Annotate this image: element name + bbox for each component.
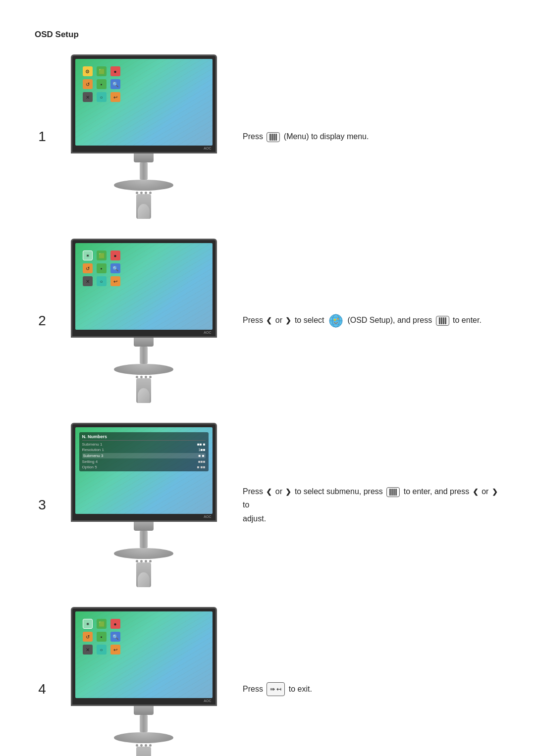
monitor-4-frame: ✶ 🟩 ● ↺ ▪ 🔍 ✕ ○ [71, 607, 217, 756]
monitor-2-stand-neck [140, 347, 148, 364]
bar7 [443, 317, 444, 324]
osd-icon-9: ↩ [110, 92, 120, 102]
monitor-4-stand-top [134, 706, 154, 715]
step-4-instruction: Press ⇛ ↤ to exit. [238, 682, 500, 697]
section-title: OSD Setup [35, 30, 500, 40]
monitor-4-base [114, 732, 173, 743]
step-3-text-4: to [243, 501, 249, 509]
chevron-right-3: ❯ [492, 486, 498, 498]
monitor-3-stand-top [134, 522, 154, 531]
monitor-1-screen: ⚙ 🟩 ● ↺ ▪ 🔍 ✕ ○ [75, 59, 213, 146]
submenu-row-1: Submenu 1■■■ [82, 442, 206, 447]
osd-icon-4-5: ▪ [97, 632, 107, 642]
monitor-4-stand-neck [140, 715, 148, 732]
osd-icon-4-6: 🔍 [110, 632, 120, 642]
osd-row-4-2: ↺ ▪ 🔍 [83, 632, 120, 642]
step-2-number: 2 [35, 313, 50, 329]
osd-menu-2: ✶ 🟩 ● ↺ ▪ 🔍 ✕ ○ [83, 251, 120, 286]
osd-icon-2-2: 🟩 [97, 251, 107, 260]
submenu-row-2: Resolution 11■■ [82, 448, 206, 452]
osd-row-2: ↺ ▪ 🔍 [83, 79, 120, 89]
bar9 [389, 489, 391, 496]
osd-icon-4-7: ✕ [83, 645, 93, 655]
step-4-number: 4 [35, 681, 50, 697]
chevron-left-1: ❮ [266, 315, 272, 327]
osd-row-4-1: ✶ 🟩 ● [83, 619, 120, 629]
step-2-text-osd: (OSD Setup), and press [347, 316, 434, 324]
monitor-1-foot [136, 194, 151, 219]
step-3-text-3: to enter, and press [404, 487, 472, 496]
menu-button-icon-3 [386, 487, 400, 497]
bar12 [395, 489, 397, 496]
bar6 [441, 317, 442, 324]
step-3-instruction: Press ❮ or ❯ to select submenu, press to… [238, 485, 500, 525]
bar5 [439, 317, 440, 324]
submenu-row-selected: Submenu 3■ ■ [82, 453, 206, 458]
osd-icon-2-4: ↺ [83, 263, 93, 273]
submenu-panel: N. Numbers Submenu 1■■■ Resolution 11■■ [79, 432, 209, 471]
monitor-1-brand: AOC [75, 147, 213, 150]
osd-icon-2-5: ▪ [97, 263, 107, 273]
bar10 [391, 489, 393, 496]
menu-button-icon-1 [267, 132, 280, 142]
monitor-2-stand-top [134, 338, 154, 347]
osd-icon-2-7: ✕ [83, 276, 93, 286]
osd-menu-1: ⚙ 🟩 ● ↺ ▪ 🔍 ✕ ○ [83, 66, 120, 102]
osd-icon-2-3: ● [110, 251, 120, 260]
osd-icon-4-4: ↺ [83, 632, 93, 642]
exit-arrow-right-icon: ↤ [276, 684, 281, 694]
osd-icon-4-selected: ✶ [83, 619, 93, 629]
menu-button-icon-2 [436, 316, 449, 326]
step-4-text-exit: to exit. [289, 685, 312, 693]
submenu-content: N. Numbers Submenu 1■■■ Resolution 11■■ [79, 432, 209, 471]
monitor-3-brand: AOC [75, 515, 213, 518]
monitor-4-foot [136, 747, 151, 756]
step-1-number: 1 [35, 129, 50, 145]
osd-icon-selected: ✶ [83, 251, 93, 260]
osd-icon-4-9: ↩ [110, 645, 120, 655]
step-2-text-enter: to enter. [453, 316, 482, 324]
osd-row-4-3: ✕ ○ ↩ [83, 645, 120, 655]
monitor-2-frame: ✶ 🟩 ● ↺ ▪ 🔍 ✕ ○ [71, 239, 217, 403]
exit-button-icon: ⇛ ↤ [267, 682, 285, 696]
submenu-title: N. Numbers [82, 434, 206, 441]
step-3-text-1: Press [243, 487, 265, 496]
osd-icon-2-9: ↩ [110, 276, 120, 286]
osd-icon-4-8: ○ [97, 645, 107, 655]
monitor-1-screen-wrapper: ⚙ 🟩 ● ↺ ▪ 🔍 ✕ ○ [71, 54, 217, 153]
step-2-text-press: Press [243, 316, 265, 324]
monitor-2-brand: AOC [75, 331, 213, 334]
monitor-3-stand-neck [140, 531, 148, 548]
monitor-1-frame: ⚙ 🟩 ● ↺ ▪ 🔍 ✕ ○ [71, 54, 217, 219]
submenu-rows: Submenu 1■■■ Resolution 11■■ Submenu 3■ … [82, 442, 206, 469]
bar1 [269, 134, 271, 141]
monitor-1-stand-top [134, 153, 154, 162]
chevron-left-2: ❮ [266, 486, 272, 498]
bar11 [393, 489, 395, 496]
step-1-row: 1 ⚙ 🟩 ● ↺ [35, 54, 500, 219]
svg-point-6 [337, 318, 338, 320]
osd-icon-4-3: ● [110, 619, 120, 629]
monitor-4-brand: AOC [75, 699, 213, 703]
chevron-left-3: ❮ [473, 486, 479, 498]
monitor-4-screen-wrapper: ✶ 🟩 ● ↺ ▪ 🔍 ✕ ○ [71, 607, 217, 706]
osd-icon-8: ○ [97, 92, 107, 102]
osd-menu-4: ✶ 🟩 ● ↺ ▪ 🔍 ✕ ○ [83, 619, 120, 655]
monitor-4: ✶ 🟩 ● ↺ ▪ 🔍 ✕ ○ [69, 607, 218, 756]
step-4-text-press: Press [243, 685, 265, 693]
step-3-text-5: adjust. [243, 514, 266, 523]
monitor-3-screen-wrapper: N. Numbers Submenu 1■■■ Resolution 11■■ [71, 423, 217, 522]
monitor-1: ⚙ 🟩 ● ↺ ▪ 🔍 ✕ ○ [69, 54, 218, 219]
osd-icon-2: 🟩 [97, 66, 107, 76]
step-3-or-1: or [275, 487, 285, 496]
bar3 [273, 134, 275, 141]
osd-row-1: ⚙ 🟩 ● [83, 66, 120, 76]
monitor-1-base [114, 180, 173, 191]
osd-icon-5: ▪ [97, 79, 107, 89]
osd-row-2-3: ✕ ○ ↩ [83, 276, 120, 286]
osd-icon-1: ⚙ [83, 66, 93, 76]
osd-row-2-2: ↺ ▪ 🔍 [83, 263, 120, 273]
page-content: OSD Setup 1 ⚙ 🟩 ● [0, 0, 535, 756]
osd-icon-2-8: ○ [97, 276, 107, 286]
osd-icon-4: ↺ [83, 79, 93, 89]
